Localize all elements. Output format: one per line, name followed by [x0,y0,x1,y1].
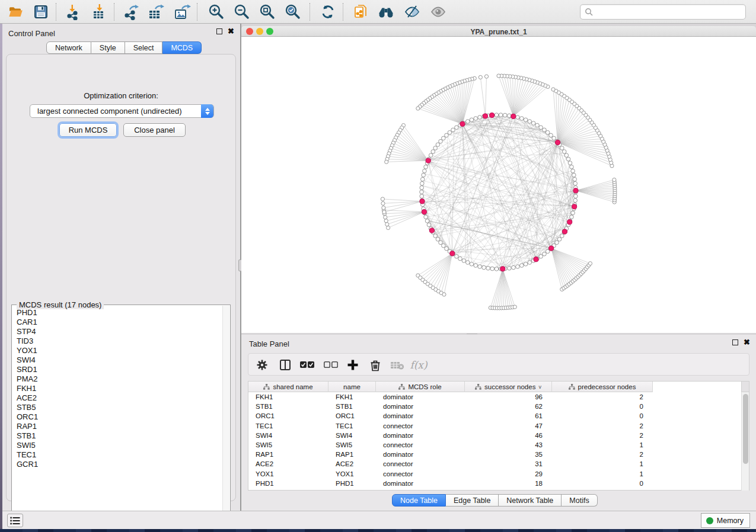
table-row[interactable]: STB1STB1dominator620 [248,402,742,411]
export-network-button[interactable] [121,2,141,21]
tab-mcds[interactable]: MCDS [162,41,202,54]
table-row[interactable]: RAP1RAP1dominator352 [248,450,742,459]
result-node[interactable]: SWI5 [12,441,221,450]
result-node[interactable]: CAR1 [12,318,221,327]
save-button[interactable] [31,2,51,21]
delete-table-button[interactable] [388,357,406,373]
export-table-button[interactable] [146,2,166,21]
network-canvas[interactable] [241,37,756,333]
search-input[interactable] [595,8,745,16]
show-columns-button[interactable] [276,357,294,373]
result-node[interactable]: PMA2 [12,374,221,384]
share-network-button[interactable] [351,2,371,21]
select-all-button[interactable] [298,357,316,373]
table-row[interactable]: PHD1PHD1dominator180 [248,479,742,488]
result-node[interactable]: PHD1 [12,308,221,318]
control-panel-title: Control Panel [8,29,55,38]
table-cell: FKH1 [248,393,328,400]
table-header-corner [741,382,749,392]
result-scrollbar[interactable] [222,306,229,520]
add-column-button[interactable] [344,357,362,373]
result-node[interactable]: SRD1 [12,365,221,374]
close-panel-button[interactable]: Close panel [123,123,186,137]
result-node[interactable]: YOX1 [12,346,221,355]
show-details-button[interactable] [428,2,448,21]
column-header-name[interactable]: name [328,382,376,392]
column-header-predecessor-nodes[interactable]: predecessor nodes [552,382,653,392]
tab-style[interactable]: Style [91,41,125,54]
zoom-fit-button[interactable] [257,2,277,21]
tab-edge-table[interactable]: Edge Table [446,494,499,507]
table-cell: ORC1 [248,412,328,419]
table-row[interactable]: ACE2ACE2connector311 [248,459,742,469]
column-header-successor-nodes[interactable]: successor nodesv [465,382,552,392]
result-node[interactable]: ORC1 [12,412,221,422]
network-titlebar[interactable]: YPA_prune.txt_1 [241,26,756,37]
refresh-button[interactable] [318,2,338,21]
table-cell: 2 [552,451,653,458]
open-icon [8,4,24,20]
memory-button[interactable]: Memory [701,513,750,528]
zoom-selected-button[interactable] [283,2,303,21]
tab-network-table[interactable]: Network Table [499,494,562,507]
tab-network[interactable]: Network [46,41,91,54]
column-header-MCDS-role[interactable]: MCDS role [376,382,465,392]
result-node[interactable]: FKH1 [12,384,221,393]
table-row[interactable]: ORC1ORC1dominator610 [248,411,742,421]
table-row[interactable]: FKH1FKH1dominator962 [248,392,742,402]
zoom-out-button[interactable] [232,2,252,21]
export-image-button[interactable] [172,2,192,21]
table-scrollbar-thumb[interactable] [743,394,748,464]
table-cell: 2 [552,393,653,400]
toolbar-separator [56,3,56,21]
result-node[interactable]: ACE2 [12,393,221,403]
result-node[interactable]: TID3 [12,336,221,346]
result-node[interactable]: RAP1 [12,422,221,431]
import-table-button[interactable] [89,2,109,21]
result-node[interactable]: SWI4 [12,355,221,365]
column-label: successor nodes [484,383,535,390]
tab-node-table[interactable]: Node Table [392,494,446,507]
network-window: YPA_prune.txt_1 [241,26,756,333]
table-cell: 46 [465,432,552,439]
function-builder-button[interactable]: f(x) [410,357,428,373]
table-settings-button[interactable] [253,357,271,373]
delete-column-button[interactable] [366,357,384,373]
deselect-all-button[interactable] [322,357,340,373]
sort-chevron-icon: v [538,384,541,390]
search-field[interactable] [580,4,746,20]
column-header-shared-name[interactable]: shared name [248,382,328,392]
task-history-button[interactable] [7,514,23,527]
table-toolbar: f(x) [248,353,749,376]
mcds-result-list[interactable]: PHD1CAR1STP4TID3YOX1SWI4SRD1PMA2FKH1ACE2… [12,308,221,517]
criterion-dropdown[interactable]: largest connected component (undirected) [30,104,214,118]
table-panel: Table Panel ✖ f(x) shared namenameMCDS r… [241,335,756,511]
result-node[interactable]: STP4 [12,327,221,336]
zoom-in-button[interactable] [206,2,227,21]
hide-details-button[interactable] [402,2,422,21]
open-button[interactable] [6,2,26,21]
table-cell: 61 [465,412,552,419]
network-title: YPA_prune.txt_1 [241,28,756,36]
float-table-panel-icon[interactable] [732,339,738,345]
find-button[interactable] [376,2,396,21]
run-mcds-button[interactable]: Run MCDS [59,123,117,137]
table-row[interactable]: TEC1TEC1connector472 [248,421,742,431]
table-scrollbar[interactable] [741,392,749,491]
result-node[interactable]: GCR1 [12,460,221,469]
memory-status-icon [706,517,713,524]
table-row[interactable]: SWI5SWI5connector431 [248,440,742,450]
result-node[interactable]: STB5 [12,403,221,412]
tab-select[interactable]: Select [125,41,163,54]
float-panel-icon[interactable] [216,28,222,34]
result-node[interactable]: TEC1 [12,450,221,460]
table-row[interactable]: SWI4SWI4dominator462 [248,431,742,440]
tab-motifs[interactable]: Motifs [562,494,597,507]
close-panel-icon[interactable]: ✖ [228,28,234,34]
table-row[interactable]: YOX1YOX1connector291 [248,469,742,479]
import-network-button[interactable] [63,2,83,21]
result-node[interactable]: STB1 [12,431,221,441]
close-table-panel-icon[interactable]: ✖ [744,339,750,345]
control-panel-body: Optimization criterion: largest connecte… [6,54,236,501]
eye-icon [429,4,447,20]
